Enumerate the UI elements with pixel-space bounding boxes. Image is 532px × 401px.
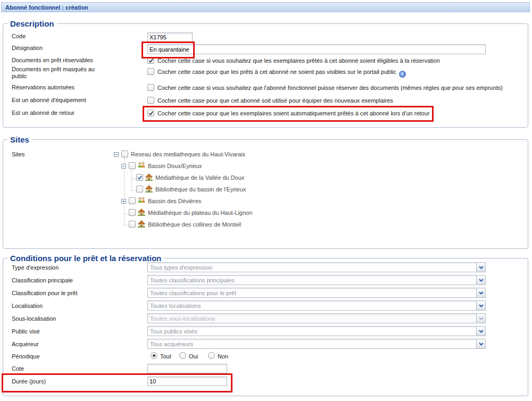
fieldset-description-legend: Description bbox=[7, 19, 57, 28]
duree-row: Durée (jours) bbox=[0, 376, 532, 388]
tree-checkbox[interactable] bbox=[121, 151, 128, 157]
periodique-label: Périodique bbox=[12, 353, 137, 360]
house-icon bbox=[145, 185, 153, 194]
minus-box-icon[interactable] bbox=[121, 163, 126, 168]
sous-localisation-label: Sous-localisation bbox=[12, 315, 137, 322]
type-expression-row: Type d'expression Tous types d'expressio… bbox=[0, 262, 532, 274]
acquereur-label: Acquéreur bbox=[12, 341, 137, 348]
tree-checkbox[interactable] bbox=[129, 162, 136, 169]
tree-checkbox[interactable] bbox=[136, 186, 143, 193]
type-expression-label: Type d'expression bbox=[12, 264, 137, 271]
page-title: Abonné fonctionnel : création bbox=[5, 4, 88, 11]
window-title-bar: Abonné fonctionnel : création bbox=[1, 2, 530, 12]
abonne-retour-checkbox[interactable] bbox=[147, 110, 154, 116]
tree-node-label[interactable]: Reseau des mediatheques du Haut-Vivarais bbox=[131, 151, 245, 157]
cote-field[interactable] bbox=[147, 364, 227, 373]
fieldset-sites-legend: Sites bbox=[7, 135, 32, 144]
tree-node-label[interactable]: Bassin des Dévières bbox=[148, 198, 201, 204]
group-icon bbox=[137, 162, 146, 170]
abonne-retour-text: Cocher cette case pour que les exemplair… bbox=[157, 110, 429, 116]
tree-node-bibliotheque-monteil[interactable]: Bibliothèque des collines de Monteil bbox=[0, 220, 532, 231]
reservations-autorisees-label: Réservations autorisées bbox=[12, 84, 107, 91]
chevron-down-icon[interactable] bbox=[476, 263, 485, 272]
classification-principale-row: Classification principale Toutes classif… bbox=[0, 275, 532, 287]
select-value: Toutes localisations bbox=[150, 303, 201, 309]
cote-row: Cote bbox=[0, 363, 532, 375]
classification-principale-select[interactable]: Toutes classifications principales bbox=[147, 275, 486, 285]
reservables-checkbox[interactable] bbox=[147, 57, 154, 64]
chevron-down-icon bbox=[476, 314, 485, 323]
house-icon bbox=[145, 173, 153, 182]
code-label: Code bbox=[12, 33, 107, 40]
masques-public-label: Documents en prêt masqués au public bbox=[12, 66, 107, 80]
select-value: Tous acquéreurs bbox=[150, 341, 193, 347]
tree-checkbox[interactable] bbox=[129, 209, 136, 216]
chevron-down-icon[interactable] bbox=[476, 301, 485, 310]
sous-localisation-select: Toutes sous-localisations bbox=[147, 313, 486, 323]
designation-field[interactable] bbox=[147, 44, 486, 54]
check-icon bbox=[148, 57, 154, 64]
designation-row: Désignation bbox=[0, 43, 532, 54]
cote-label: Cote bbox=[12, 365, 137, 372]
abonne-equipement-label: Est un abonné d'équipement bbox=[12, 97, 107, 104]
periodique-radio-tout[interactable] bbox=[151, 352, 157, 359]
tree-node-bassin-devieres[interactable]: Bassin des Dévières bbox=[0, 196, 532, 207]
tree-checkbox-checked[interactable] bbox=[136, 174, 143, 181]
masques-public-checkbox[interactable] bbox=[147, 68, 154, 75]
tree-node-mediatheque-haut-lignon[interactable]: Médiathèque du plateau du Haut-Lignon bbox=[0, 208, 532, 219]
minus-box-icon[interactable] bbox=[114, 152, 119, 156]
tree-node-bassin-doux-eyrieux[interactable]: Bassin Doux/Eyrieux bbox=[0, 161, 532, 172]
chevron-down-icon[interactable] bbox=[476, 339, 485, 348]
reservations-autorisees-checkbox[interactable] bbox=[147, 84, 154, 91]
designation-label: Désignation bbox=[12, 45, 107, 52]
classification-pret-select[interactable]: Toutes classifications pour le prêt bbox=[147, 288, 486, 298]
code-field[interactable] bbox=[147, 32, 193, 42]
reservables-text: Cocher cette case si vous souhaitez que … bbox=[157, 57, 440, 64]
type-expression-select[interactable]: Tous types d'expression bbox=[147, 262, 486, 272]
periodique-option-non: Non bbox=[218, 353, 228, 360]
abonne-equipement-row: Est un abonné d'équipement Cocher cette … bbox=[0, 95, 532, 106]
select-value: Tous types d'expression bbox=[150, 264, 212, 271]
tree-node-label[interactable]: Médiathèque du plateau du Haut-Lignon bbox=[148, 210, 252, 216]
public-vise-row: Public visé Tous publics visés bbox=[0, 326, 532, 338]
page: Abonné fonctionnel : création Descriptio… bbox=[0, 0, 532, 401]
chevron-down-icon[interactable] bbox=[476, 275, 485, 285]
duree-field[interactable] bbox=[147, 377, 227, 386]
tree-node-label[interactable]: Médiathèque de la Vallée du Doux bbox=[155, 174, 244, 181]
radio-dot bbox=[153, 354, 155, 357]
masques-public-row: Documents en prêt masqués au public Coch… bbox=[0, 65, 532, 83]
check-icon bbox=[148, 110, 154, 116]
tree-checkbox[interactable] bbox=[129, 197, 136, 204]
periodique-radio-non[interactable] bbox=[208, 352, 215, 359]
periodique-radio-oui[interactable] bbox=[179, 352, 186, 359]
tree-node-label[interactable]: Bibliothèque des collines de Monteil bbox=[148, 221, 241, 228]
classification-pret-label: Classification pour le prêt bbox=[12, 290, 137, 297]
tree-node-label[interactable]: Bassin Doux/Eyrieux bbox=[148, 163, 202, 169]
tree-node-mediatheque-vallee-doux[interactable]: Médiathèque de la Vallée du Doux bbox=[0, 173, 532, 184]
abonne-retour-label: Est un abonné de retour bbox=[12, 110, 107, 116]
masques-public-text: Cocher cette case pour que les prêts à c… bbox=[157, 69, 406, 78]
sous-localisation-row: Sous-localisation Toutes sous-localisati… bbox=[0, 313, 532, 325]
select-value: Tous publics visés bbox=[150, 328, 197, 335]
public-vise-select[interactable]: Tous publics visés bbox=[147, 326, 486, 336]
info-icon[interactable]: i bbox=[399, 71, 406, 78]
localisation-select[interactable]: Toutes localisations bbox=[147, 300, 486, 311]
abonne-equipement-checkbox[interactable] bbox=[147, 97, 154, 104]
acquereur-row: Acquéreur Tous acquéreurs bbox=[0, 339, 532, 350]
select-value: Toutes classifications pour le prêt bbox=[150, 290, 236, 296]
tree-checkbox[interactable] bbox=[129, 221, 136, 228]
acquereur-select[interactable]: Tous acquéreurs bbox=[147, 339, 486, 349]
reservations-autorisees-row: Réservations autorisées Cocher cette cas… bbox=[0, 82, 532, 94]
localisation-row: Localisation Toutes localisations bbox=[0, 300, 532, 312]
localisation-label: Localisation bbox=[12, 303, 137, 310]
plus-box-icon[interactable] bbox=[121, 198, 126, 203]
tree-node-label[interactable]: Bibliothèque du bassin de l'Eyrieux bbox=[155, 186, 246, 193]
abonne-equipement-text: Cocher cette case pour que cet abonné so… bbox=[157, 97, 393, 104]
reservables-label: Documents en prêt réservables bbox=[12, 57, 107, 64]
group-icon bbox=[137, 197, 146, 205]
chevron-down-icon[interactable] bbox=[476, 327, 485, 336]
chevron-down-icon[interactable] bbox=[476, 288, 485, 297]
classification-pret-row: Classification pour le prêt Toutes class… bbox=[0, 288, 532, 299]
tree-node-bibliotheque-eyrieux[interactable]: Bibliothèque du bassin de l'Eyrieux bbox=[0, 185, 532, 196]
tree-node-reseau[interactable]: Reseau des mediatheques du Haut-Vivarais bbox=[0, 149, 532, 161]
